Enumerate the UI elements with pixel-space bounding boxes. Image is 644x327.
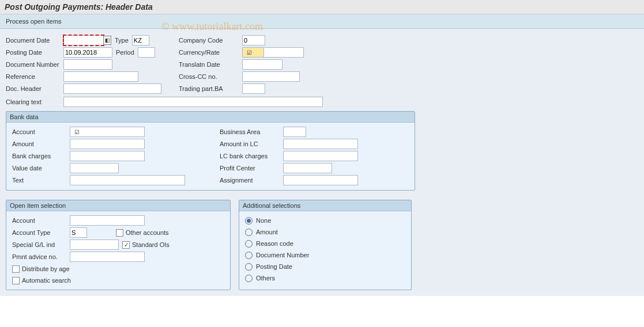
radio-document-number[interactable] bbox=[245, 252, 253, 259]
process-open-items-button[interactable]: Process open items bbox=[6, 18, 62, 25]
radio-others[interactable] bbox=[245, 275, 253, 282]
radio-document-number-label: Document Number bbox=[256, 252, 309, 258]
radio-reason-code-label: Reason code bbox=[256, 240, 293, 247]
business-area-input[interactable] bbox=[283, 127, 306, 137]
other-accounts-checkbox[interactable] bbox=[116, 229, 123, 237]
doc-header-label: Doc. Header bbox=[6, 85, 63, 92]
page-title: Post Outgoing Payments: Header Data bbox=[0, 0, 644, 14]
radio-posting-date-label: Posting Date bbox=[256, 263, 292, 270]
distribute-by-age-label: Distribute by age bbox=[22, 265, 70, 272]
special-gl-input[interactable] bbox=[70, 239, 119, 250]
open-item-selection-title: Open item selection bbox=[6, 200, 230, 211]
currency-rate-label: Currency/Rate bbox=[179, 49, 242, 56]
type-label: Type bbox=[115, 37, 129, 44]
trading-part-label: Trading part.BA bbox=[179, 85, 242, 92]
type-input[interactable] bbox=[132, 35, 149, 45]
automatic-search-checkbox[interactable] bbox=[12, 277, 20, 284]
bank-charges-label: Bank charges bbox=[12, 153, 70, 159]
date-picker-icon[interactable]: ◧ bbox=[103, 36, 111, 45]
bank-account-label: Account bbox=[12, 128, 70, 135]
document-date-label: Document Date bbox=[6, 37, 63, 44]
profit-center-label: Profit Center bbox=[220, 165, 283, 172]
bank-data-group: Bank data Account ☑ Amount Bank charges … bbox=[6, 111, 415, 191]
profit-center-input[interactable] bbox=[283, 163, 332, 173]
clearing-text-input[interactable] bbox=[63, 97, 323, 107]
required-icon: ☑ bbox=[247, 50, 252, 56]
pmnt-advice-label: Pmnt advice no. bbox=[12, 253, 70, 260]
doc-header-input[interactable] bbox=[63, 83, 161, 94]
oi-account-input[interactable] bbox=[70, 215, 145, 226]
standard-ois-checkbox[interactable]: ✓ bbox=[122, 241, 130, 249]
automatic-search-label: Automatic search bbox=[22, 277, 71, 284]
posting-date-label: Posting Date bbox=[6, 49, 63, 56]
period-label: Period bbox=[116, 49, 134, 56]
translatn-date-label: Translatn Date bbox=[179, 61, 242, 68]
oi-account-label: Account bbox=[12, 217, 70, 224]
amount-label: Amount bbox=[12, 140, 70, 147]
bank-account-input[interactable] bbox=[70, 127, 145, 137]
clearing-text-label: Clearing text bbox=[6, 98, 63, 105]
text-label: Text bbox=[12, 177, 70, 184]
trading-part-input[interactable] bbox=[242, 83, 265, 94]
radio-none-label: None bbox=[256, 217, 271, 224]
radio-amount[interactable] bbox=[245, 229, 253, 236]
distribute-by-age-checkbox[interactable] bbox=[12, 265, 20, 273]
required-icon: ☑ bbox=[74, 129, 80, 135]
other-accounts-label: Other accounts bbox=[126, 229, 169, 236]
reference-label: Reference bbox=[6, 73, 63, 80]
posting-date-input[interactable] bbox=[63, 47, 112, 58]
pmnt-advice-input[interactable] bbox=[70, 252, 145, 262]
additional-selections-title: Additional selections bbox=[239, 200, 411, 211]
rate-input[interactable] bbox=[263, 47, 304, 58]
radio-posting-date[interactable] bbox=[245, 263, 253, 271]
company-code-input[interactable] bbox=[242, 35, 265, 45]
amount-input[interactable] bbox=[70, 139, 145, 149]
account-type-label: Account Type bbox=[12, 229, 70, 236]
assignment-label: Assignment bbox=[220, 177, 283, 184]
radio-none[interactable] bbox=[245, 217, 253, 225]
special-gl-label: Special G/L ind bbox=[12, 241, 70, 248]
translatn-date-input[interactable] bbox=[242, 59, 283, 70]
bank-data-title: Bank data bbox=[6, 112, 415, 123]
additional-selections-group: Additional selections None Amount Reason… bbox=[239, 200, 412, 290]
currency-input[interactable] bbox=[242, 47, 265, 58]
document-number-input[interactable] bbox=[63, 59, 112, 70]
value-date-input[interactable] bbox=[70, 163, 119, 173]
open-item-selection-group: Open item selection Account Account Type… bbox=[6, 200, 231, 290]
cross-cc-input[interactable] bbox=[242, 71, 300, 82]
account-type-input[interactable] bbox=[70, 227, 87, 238]
lc-bank-charges-input[interactable] bbox=[283, 151, 358, 161]
company-code-label: Company Code bbox=[179, 37, 242, 44]
lc-bank-charges-label: LC bank charges bbox=[220, 153, 283, 159]
bank-charges-input[interactable] bbox=[70, 151, 145, 161]
amount-lc-label: Amount in LC bbox=[220, 140, 283, 147]
document-number-label: Document Number bbox=[6, 61, 63, 68]
amount-lc-input[interactable] bbox=[283, 139, 358, 149]
cross-cc-label: Cross-CC no. bbox=[179, 73, 242, 80]
value-date-label: Value date bbox=[12, 165, 70, 172]
radio-others-label: Others bbox=[256, 275, 275, 282]
toolbar: Process open items bbox=[0, 14, 644, 29]
text-input[interactable] bbox=[70, 175, 185, 185]
business-area-label: Business Area bbox=[220, 128, 283, 135]
period-input[interactable] bbox=[138, 47, 155, 58]
radio-reason-code[interactable] bbox=[245, 240, 253, 248]
assignment-input[interactable] bbox=[283, 175, 358, 185]
document-date-input[interactable] bbox=[63, 35, 104, 45]
reference-input[interactable] bbox=[63, 71, 138, 82]
standard-ois-label: Standard OIs bbox=[132, 241, 170, 248]
radio-amount-label: Amount bbox=[256, 229, 278, 235]
